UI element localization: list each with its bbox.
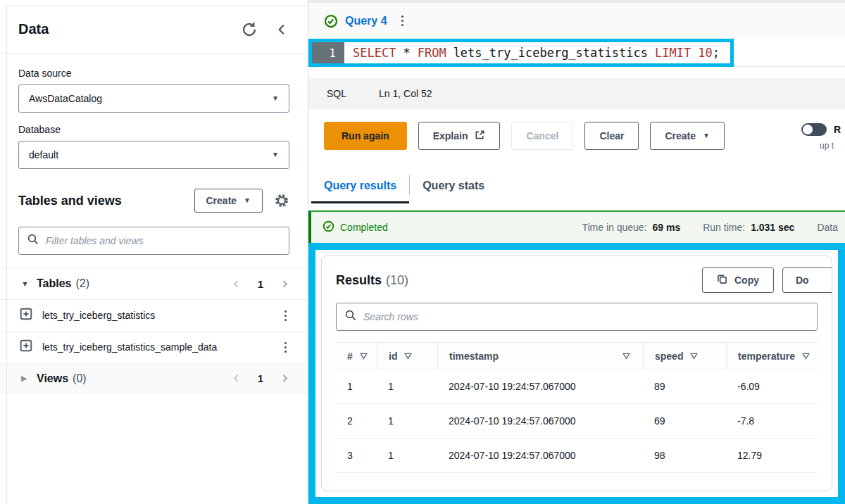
cell-index: 1: [336, 370, 377, 403]
results-title: Results: [336, 273, 382, 287]
refresh-icon[interactable]: [242, 22, 257, 37]
download-button[interactable]: Do: [782, 267, 832, 293]
chevron-down-icon: ▼: [703, 132, 710, 139]
results-highlight-box: Results(10) Copy Do: [308, 243, 845, 504]
tables-views-header: Tables and views Create ▼: [18, 189, 289, 213]
views-section-label: Views: [37, 372, 68, 385]
data-source-label: Data source: [18, 68, 289, 79]
database-select[interactable]: default ▼: [18, 141, 289, 169]
sql-editor[interactable]: 1 SELECT * FROM lets_try_iceberg_statist…: [308, 39, 845, 67]
query-success-check-icon: [324, 14, 338, 28]
cancel-button[interactable]: Cancel: [511, 122, 573, 150]
database-label: Database: [18, 124, 289, 135]
cell-speed: 89: [643, 370, 726, 403]
cell-temperature: 12.79: [726, 439, 818, 472]
cell-id: 1: [377, 404, 437, 438]
tables-tree: ▼ Tables (2) 1 lets_try_iceberg_statisti…: [0, 267, 308, 394]
table-row[interactable]: lets_try_iceberg_statistics: [0, 299, 308, 331]
views-section-row[interactable]: ▶ Views (0) 1: [0, 363, 308, 394]
page-prev-icon[interactable]: [232, 374, 241, 383]
kebab-menu-icon[interactable]: [282, 308, 289, 324]
sort-icon[interactable]: [404, 353, 412, 360]
query-tab-bar: Query 4: [308, 3, 845, 39]
chevron-down-icon: ▼: [272, 151, 279, 158]
results-tabs: Query results Query stats: [308, 172, 845, 203]
copy-button-label: Copy: [734, 275, 759, 286]
gear-icon[interactable]: [274, 193, 289, 208]
column-header-timestamp[interactable]: timestamp: [437, 343, 643, 369]
data-scanned-label: Data: [817, 222, 838, 233]
chevron-down-icon: ▼: [244, 197, 251, 204]
cell-speed: 98: [643, 439, 726, 472]
triangle-down-icon: ▼: [21, 279, 37, 288]
column-header-id[interactable]: id: [377, 343, 437, 369]
results-header: Results(10) Copy Do: [336, 267, 818, 293]
sort-icon[interactable]: [622, 353, 630, 360]
reuse-results-toggle[interactable]: [801, 123, 827, 136]
tab-query-results[interactable]: Query results: [311, 172, 409, 203]
sql-keyword: FROM: [418, 46, 446, 60]
search-icon: [27, 234, 39, 248]
create-button[interactable]: Create ▼: [194, 189, 263, 213]
sort-icon[interactable]: [690, 353, 698, 360]
run-time-value: 1.031 sec: [751, 222, 794, 233]
tables-section-label: Tables: [37, 277, 72, 290]
column-header-index[interactable]: #: [336, 343, 377, 369]
run-again-button[interactable]: Run again: [324, 122, 407, 150]
sidebar-title: Data: [18, 21, 49, 37]
clear-button[interactable]: Clear: [584, 122, 639, 150]
table-row[interactable]: 1 1 2024-07-10 19:24:57.067000 89 -6.09: [336, 370, 818, 404]
line-number: 1: [312, 42, 344, 63]
chevron-down-icon: ▼: [272, 95, 279, 102]
table-row[interactable]: 2 1 2024-07-10 19:24:57.067000 69 -7.8: [336, 404, 818, 439]
filter-tables-search: [18, 227, 289, 255]
reuse-results-control: R up t: [801, 123, 845, 151]
cell-timestamp: 2024-07-10 19:24:57.067000: [437, 404, 643, 438]
column-header-temperature[interactable]: temperature: [726, 343, 818, 369]
search-icon: [345, 310, 356, 324]
sql-code-line[interactable]: SELECT * FROM lets_try_iceberg_statistic…: [344, 42, 720, 63]
expand-plus-icon[interactable]: [20, 308, 32, 323]
page-next-icon[interactable]: [280, 279, 289, 289]
copy-icon: [717, 274, 727, 286]
search-rows-input[interactable]: [363, 311, 808, 322]
data-source-select[interactable]: AwsDataCatalog ▼: [18, 84, 289, 113]
sql-operator: *: [403, 46, 410, 60]
results-count: (10): [386, 273, 408, 287]
query-tab-kebab-icon[interactable]: [399, 13, 406, 29]
column-header-speed[interactable]: speed: [643, 343, 726, 369]
query-toolbar: Run again Explain Cancel Clear Create ▼ …: [308, 122, 845, 150]
page-prev-icon[interactable]: [232, 279, 241, 289]
sql-table-name: lets_try_iceberg_statistics: [453, 46, 648, 60]
sort-icon[interactable]: [360, 353, 368, 360]
collapse-panel-icon[interactable]: [275, 23, 288, 36]
data-source-value: AwsDataCatalog: [29, 93, 102, 104]
expand-plus-icon[interactable]: [20, 339, 32, 355]
cell-id: 1: [377, 370, 437, 403]
table-row[interactable]: 3 1 2024-07-10 19:24:57.067000 98 12.79: [336, 439, 818, 473]
filter-tables-input[interactable]: [46, 235, 280, 246]
results-actions: Copy Do: [702, 267, 832, 293]
table-row[interactable]: lets_try_iceberg_statistics_sample_data: [0, 331, 308, 363]
page-next-icon[interactable]: [280, 374, 289, 383]
explain-button[interactable]: Explain: [418, 122, 501, 150]
views-pagination: 1: [232, 372, 289, 384]
cell-id: 1: [377, 439, 437, 472]
search-rows: [336, 303, 818, 331]
tables-section-row[interactable]: ▼ Tables (2) 1: [0, 267, 308, 299]
query-status-bar: Completed Time in queue: 69 ms Run time:…: [308, 210, 845, 243]
cursor-position: Ln 1, Col 52: [379, 88, 432, 99]
copy-button[interactable]: Copy: [702, 267, 774, 293]
query-tab-label[interactable]: Query 4: [345, 15, 387, 27]
sidebar-header: Data: [0, 0, 308, 53]
cell-speed: 69: [643, 404, 726, 438]
views-section-count: (0): [73, 372, 87, 385]
sort-icon[interactable]: [802, 353, 810, 360]
kebab-menu-icon[interactable]: [282, 339, 289, 355]
create-dropdown-button[interactable]: Create ▼: [650, 122, 725, 150]
tab-query-stats[interactable]: Query stats: [410, 172, 497, 203]
external-link-icon: [475, 130, 485, 142]
editor-mode: SQL: [327, 88, 346, 99]
query-metrics: Time in queue: 69 ms Run time: 1.031 sec…: [582, 222, 838, 233]
cell-timestamp: 2024-07-10 19:24:57.067000: [437, 439, 643, 472]
